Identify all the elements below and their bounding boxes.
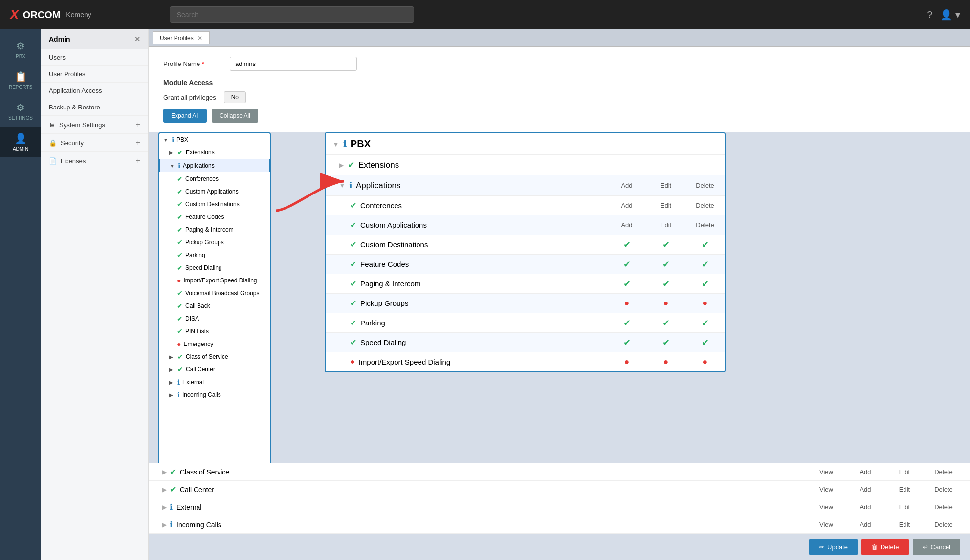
sidebar-item-reports[interactable]: 📋 REPORTS: [0, 65, 41, 96]
tree-item-extensions[interactable]: ▶ ✔ Extensions: [159, 146, 270, 159]
update-button[interactable]: ✏ Update: [809, 539, 858, 555]
tree-item-custom-dest[interactable]: ✔ Custom Destinations: [159, 198, 270, 211]
inc-edit[interactable]: Edit: [885, 521, 924, 528]
cos-view[interactable]: View: [807, 468, 846, 475]
tree-item-parking[interactable]: ✔ Parking: [159, 249, 270, 261]
expand-all-button[interactable]: Expand All: [163, 109, 207, 123]
feat-add-check[interactable]: ✔: [607, 259, 646, 270]
panel-row-import-speed[interactable]: ● Import/Export Speed Dialing ● ● ●: [326, 352, 725, 371]
speed-add-check[interactable]: ✔: [607, 337, 646, 348]
admin-menu-security[interactable]: 🔒 Security +: [41, 134, 148, 152]
extensions-row[interactable]: ▶ ✔ Extensions: [326, 155, 725, 175]
admin-menu-application-access[interactable]: Application Access: [41, 83, 148, 99]
custapp-delete[interactable]: Delete: [685, 221, 725, 229]
cc-add[interactable]: Add: [846, 486, 885, 493]
tree-item-incoming[interactable]: ▶ ℹ Incoming Calls: [159, 388, 270, 401]
custdest-delete-check[interactable]: ✔: [685, 239, 725, 250]
tree-item-speed-dial[interactable]: ✔ Speed Dialing: [159, 261, 270, 274]
sidebar-item-admin[interactable]: 👤 ADMIN: [0, 127, 41, 157]
speed-edit-check[interactable]: ✔: [646, 337, 685, 348]
cc-view[interactable]: View: [807, 486, 846, 493]
inc-view[interactable]: View: [807, 521, 846, 528]
admin-menu-backup-restore[interactable]: Backup & Restore: [41, 99, 148, 116]
paging-delete-check[interactable]: ✔: [685, 279, 725, 289]
admin-close-icon[interactable]: ✕: [134, 35, 140, 43]
custapp-add[interactable]: Add: [607, 221, 646, 229]
extra-row-cos[interactable]: ▶ ✔ Class of Service View Add Edit Delet…: [149, 463, 970, 481]
custdest-edit-check[interactable]: ✔: [646, 239, 685, 250]
parking-add-check[interactable]: ✔: [607, 318, 646, 328]
tree-item-import-speed[interactable]: ● Import/Export Speed Dialing: [159, 274, 270, 287]
applications-row[interactable]: ▼ ℹ Applications Add Edit Delete: [326, 175, 725, 196]
cc-edit[interactable]: Edit: [885, 486, 924, 493]
import-add-check[interactable]: ●: [607, 357, 646, 367]
pickup-add-check[interactable]: ●: [607, 298, 646, 308]
pickup-delete-check[interactable]: ●: [685, 298, 725, 308]
collapse-all-button[interactable]: Collapse All: [212, 109, 258, 123]
speed-delete-check[interactable]: ✔: [685, 337, 725, 348]
tree-item-pbx[interactable]: ▼ ℹ PBX: [159, 133, 270, 146]
profile-name-input[interactable]: [230, 57, 357, 71]
inc-add[interactable]: Add: [846, 521, 885, 528]
user-profiles-tab[interactable]: User Profiles ✕: [153, 31, 210, 44]
cc-delete[interactable]: Delete: [924, 486, 963, 493]
user-icon[interactable]: 👤 ▾: [940, 9, 960, 21]
ext-delete[interactable]: Delete: [924, 503, 963, 511]
cos-delete[interactable]: Delete: [924, 468, 963, 475]
sidebar-item-pbx[interactable]: ⚙ PBX: [0, 34, 41, 65]
feat-delete-check[interactable]: ✔: [685, 259, 725, 270]
paging-edit-check[interactable]: ✔: [646, 279, 685, 289]
tree-item-cos[interactable]: ▶ ✔ Class of Service: [159, 350, 270, 363]
ext-add[interactable]: Add: [846, 503, 885, 511]
import-edit-check[interactable]: ●: [646, 357, 685, 367]
tree-item-emergency[interactable]: ● Emergency: [159, 338, 270, 350]
tree-item-callback[interactable]: ✔ Call Back: [159, 300, 270, 312]
tree-item-pickup[interactable]: ✔ Pickup Groups: [159, 236, 270, 249]
cos-edit[interactable]: Edit: [885, 468, 924, 475]
help-icon[interactable]: ?: [927, 9, 932, 21]
custdest-add-check[interactable]: ✔: [607, 239, 646, 250]
parking-delete-check[interactable]: ✔: [685, 318, 725, 328]
search-input[interactable]: [170, 6, 414, 23]
conf-add[interactable]: Add: [607, 202, 646, 209]
cos-add[interactable]: Add: [846, 468, 885, 475]
system-settings-expand-icon[interactable]: +: [136, 120, 140, 129]
ext-view[interactable]: View: [807, 503, 846, 511]
panel-row-conferences[interactable]: ✔ Conferences Add Edit Delete: [326, 196, 725, 215]
panel-row-feature-codes[interactable]: ✔ Feature Codes ✔ ✔ ✔: [326, 255, 725, 274]
tab-close-icon[interactable]: ✕: [198, 35, 202, 42]
cancel-button[interactable]: ↩ Cancel: [913, 539, 960, 555]
tree-item-paging[interactable]: ✔ Paging & Intercom: [159, 223, 270, 236]
conf-delete[interactable]: Delete: [685, 202, 725, 209]
admin-menu-user-profiles[interactable]: User Profiles: [41, 66, 148, 83]
panel-row-custom-dest[interactable]: ✔ Custom Destinations ✔ ✔ ✔: [326, 235, 725, 255]
pickup-edit-check[interactable]: ●: [646, 298, 685, 308]
panel-row-custom-apps[interactable]: ✔ Custom Applications Add Edit Delete: [326, 215, 725, 235]
feat-edit-check[interactable]: ✔: [646, 259, 685, 270]
extra-row-callcenter[interactable]: ▶ ✔ Call Center View Add Edit Delete: [149, 481, 970, 498]
admin-menu-system-settings[interactable]: 🖥 System Settings +: [41, 116, 148, 134]
import-delete-check[interactable]: ●: [685, 357, 725, 367]
grant-toggle[interactable]: No: [224, 91, 246, 103]
delete-button[interactable]: 🗑 Delete: [861, 539, 909, 555]
custapp-edit[interactable]: Edit: [646, 221, 685, 229]
panel-row-speed-dial[interactable]: ✔ Speed Dialing ✔ ✔ ✔: [326, 333, 725, 352]
tree-item-custom-apps[interactable]: ✔ Custom Applications: [159, 185, 270, 198]
pbx-panel-header[interactable]: ▼ ℹ PBX: [326, 133, 725, 155]
paging-add-check[interactable]: ✔: [607, 279, 646, 289]
pbx-collapse-icon[interactable]: ▼: [332, 140, 339, 148]
parking-edit-check[interactable]: ✔: [646, 318, 685, 328]
tree-item-callcenter[interactable]: ▶ ✔ Call Center: [159, 363, 270, 376]
sidebar-item-settings[interactable]: ⚙ SETTINGS: [0, 96, 41, 127]
tree-item-feature-codes[interactable]: ✔ Feature Codes: [159, 211, 270, 223]
ext-edit[interactable]: Edit: [885, 503, 924, 511]
tree-item-disa[interactable]: ✔ DISA: [159, 312, 270, 325]
conf-edit[interactable]: Edit: [646, 202, 685, 209]
extra-row-external[interactable]: ▶ ℹ External View Add Edit Delete: [149, 498, 970, 516]
admin-menu-licenses[interactable]: 📄 Licenses +: [41, 152, 148, 170]
panel-row-paging[interactable]: ✔ Paging & Intercom ✔ ✔ ✔: [326, 274, 725, 294]
admin-menu-users[interactable]: Users: [41, 49, 148, 66]
extra-row-incoming[interactable]: ▶ ℹ Incoming Calls View Add Edit Delete: [149, 516, 970, 534]
security-expand-icon[interactable]: +: [136, 138, 140, 147]
tree-item-vm-broadcast[interactable]: ✔ Voicemail Broadcast Groups: [159, 287, 270, 300]
